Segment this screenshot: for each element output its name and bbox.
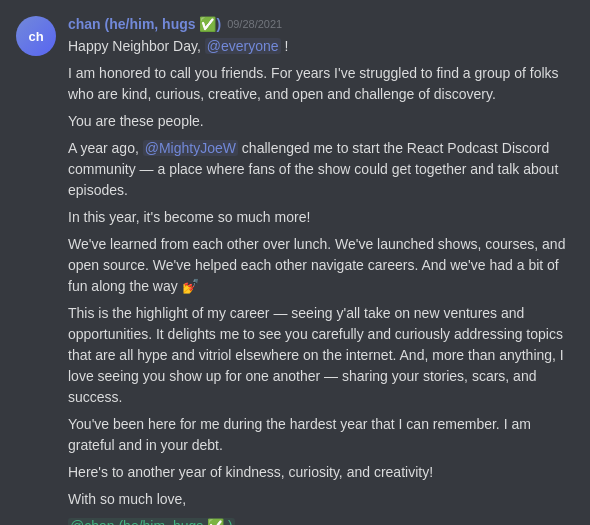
timestamp: 09/28/2021 bbox=[227, 18, 282, 30]
message-item: ch chan (he/him, hugs ✅) 09/28/2021 Happ… bbox=[16, 8, 574, 525]
message-content: chan (he/him, hugs ✅) 09/28/2021 Happy N… bbox=[68, 16, 574, 525]
message-text: Happy Neighbor Day, @everyone ! I am hon… bbox=[68, 36, 574, 525]
messages-list: ch chan (he/him, hugs ✅) 09/28/2021 Happ… bbox=[0, 0, 590, 525]
username: chan (he/him, hugs ✅) bbox=[68, 16, 221, 32]
mention-mightyjoe: @MightyJoeW bbox=[143, 140, 238, 156]
avatar: ch bbox=[16, 16, 56, 56]
message-header: chan (he/him, hugs ✅) 09/28/2021 bbox=[68, 16, 574, 32]
mention-everyone: @everyone bbox=[205, 38, 281, 54]
mention-chan-self: @chan (he/him, hugs ✅ ) bbox=[68, 518, 235, 525]
